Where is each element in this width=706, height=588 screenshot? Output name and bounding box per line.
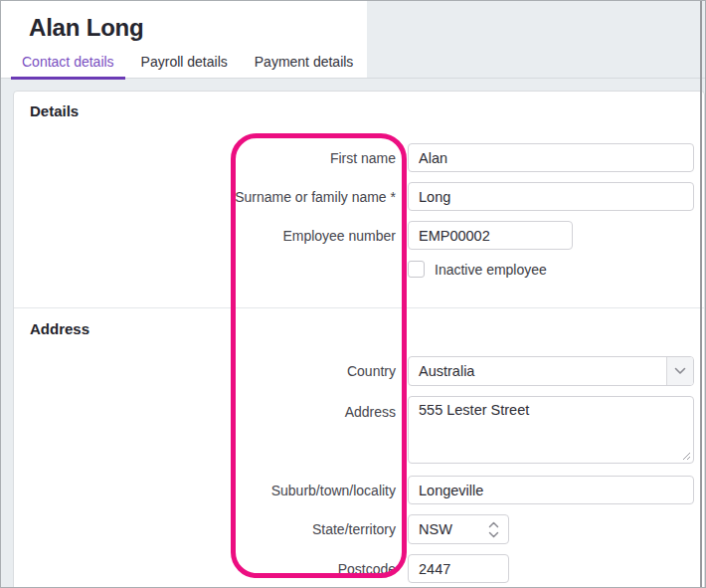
employee-number-field: Employee number	[14, 221, 694, 250]
suburb-field: Suburb/town/locality	[14, 476, 694, 504]
tab-bar: Contact details Payroll details Payment …	[11, 49, 369, 80]
surname-input[interactable]	[408, 182, 694, 211]
first-name-field: First name	[14, 143, 694, 172]
suburb-input[interactable]	[408, 476, 694, 504]
chevron-down-icon	[674, 367, 686, 375]
content-panel: Details First name Surname or family nam…	[13, 91, 705, 588]
postcode-label: Postcode	[14, 560, 396, 578]
first-name-input[interactable]	[408, 143, 694, 172]
first-name-label: First name	[14, 149, 396, 167]
employee-details-page: Alan Long Contact details Payroll detail…	[0, 0, 706, 588]
tab-payroll-details[interactable]: Payroll details	[130, 49, 239, 80]
inactive-employee-label[interactable]: Inactive employee	[435, 262, 547, 278]
page-title: Alan Long	[29, 12, 144, 44]
tab-payment-details[interactable]: Payment details	[244, 49, 365, 80]
address-label: Address	[14, 403, 396, 421]
postcode-field: Postcode	[14, 554, 694, 583]
employee-number-label: Employee number	[14, 227, 396, 245]
employee-number-input[interactable]	[408, 221, 573, 250]
country-dropdown-button[interactable]	[666, 357, 693, 385]
scrollbar[interactable]	[700, 1, 702, 587]
surname-label: Surname or family name *	[14, 188, 396, 206]
state-select[interactable]: NSW	[408, 514, 509, 544]
address-field: Address 555 Lester Street	[14, 396, 694, 464]
resize-handle-icon[interactable]	[682, 452, 691, 461]
address-textarea[interactable]: 555 Lester Street	[408, 396, 694, 464]
suburb-label: Suburb/town/locality	[14, 482, 396, 499]
chevron-up-down-icon	[488, 521, 499, 538]
postcode-input[interactable]	[408, 554, 509, 583]
surname-field: Surname or family name *	[14, 182, 694, 211]
inactive-employee-checkbox[interactable]	[408, 261, 425, 278]
country-select[interactable]: Australia	[408, 356, 694, 386]
header-background-right	[367, 1, 705, 79]
section-heading-address: Address	[30, 320, 89, 337]
state-value: NSW	[419, 521, 452, 537]
country-value: Australia	[409, 357, 666, 385]
country-field: Country Australia	[14, 356, 694, 386]
inactive-employee-field: Inactive employee	[408, 261, 547, 278]
state-field: State/territory NSW	[14, 514, 694, 544]
country-label: Country	[14, 362, 396, 380]
section-divider	[14, 307, 704, 308]
section-heading-details: Details	[30, 102, 79, 119]
state-label: State/territory	[14, 520, 396, 538]
tab-contact-details[interactable]: Contact details	[11, 49, 125, 80]
